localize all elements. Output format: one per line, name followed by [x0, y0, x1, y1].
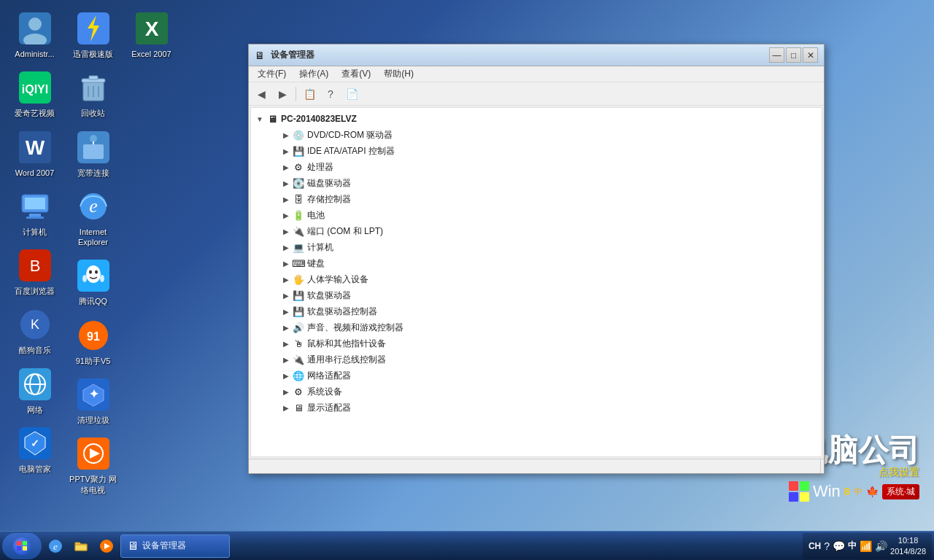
properties-button[interactable]: 📄 [342, 85, 361, 103]
taskbar-devmgr-app[interactable]: 🖥 设备管理器 [120, 534, 230, 558]
tree-item-14[interactable]: ▶ 🔌 通用串行总线控制器 [254, 351, 819, 368]
tray-help-icon[interactable]: ? [824, 540, 830, 552]
menu-help[interactable]: 帮助(H) [378, 66, 420, 82]
arrow-9: ▶ [280, 273, 292, 285]
tray-message-icon[interactable]: 💬 [833, 540, 845, 552]
word-label: Word 2007 [15, 168, 55, 178]
arrow-7: ▶ [280, 241, 292, 253]
forward-button[interactable]: ▶ [273, 85, 292, 103]
tree-item-5[interactable]: ▶ 🔋 电池 [254, 207, 819, 223]
iqiyi-label: 爱奇艺视频 [15, 108, 55, 118]
svg-text:W: W [25, 136, 45, 159]
thunder-label: 迅雷极速版 [73, 49, 113, 59]
tree-item-1[interactable]: ▶ 💾 IDE ATA/ATAPI 控制器 [254, 143, 819, 159]
device-tree[interactable]: ▼ 🖥 PC-20140823ELVZ ▶ 💿 DVD/CD-ROM 驱动器 ▶… [250, 107, 822, 457]
label-8: 键盘 [307, 257, 325, 270]
root-label: PC-20140823ELVZ [281, 114, 357, 124]
taskbar: e 🖥 设备管理器 CH ? 💬 中 📶 🔊 10:18 2014/8/28 [0, 531, 934, 560]
tree-item-6[interactable]: ▶ 🔌 端口 (COM 和 LPT) [254, 223, 819, 239]
icon-4: 🗄 [292, 192, 305, 206]
minimize-button[interactable]: — [769, 47, 784, 63]
desktop-icon-pcmaster[interactable]: ✓ 电脑管家 [7, 422, 62, 478]
watermark-winlogo: Win 8 中 🍁 系统·城 [789, 481, 919, 502]
svg-rect-9 [29, 214, 41, 217]
show-hide-button[interactable]: 📋 [300, 85, 319, 103]
tree-item-11[interactable]: ▶ 💾 软盘驱动器控制器 [254, 303, 819, 319]
icon-16: ⚙ [292, 385, 305, 398]
tree-item-9[interactable]: ▶ 🖐 人体学输入设备 [254, 271, 819, 287]
label-2: 处理器 [307, 161, 333, 174]
tree-item-2[interactable]: ▶ ⚙ 处理器 [254, 159, 819, 175]
menu-file[interactable]: 文件(F) [252, 66, 292, 82]
tree-item-12[interactable]: ▶ 🔊 声音、视频和游戏控制器 [254, 319, 819, 335]
recycle-label: 回收站 [81, 108, 105, 118]
svg-text:iQIYI: iQIYI [21, 83, 47, 96]
svg-rect-10 [26, 217, 44, 219]
tree-item-15[interactable]: ▶ 🌐 网络适配器 [254, 368, 819, 384]
kugou-label: 酷狗音乐 [19, 345, 51, 355]
menu-view[interactable]: 查看(V) [336, 66, 377, 82]
desktop-icon-broadband[interactable]: 宽带连接 [66, 126, 120, 182]
label-6: 端口 (COM 和 LPT) [307, 225, 383, 238]
icon-5: 🔋 [292, 209, 305, 222]
desktop-icon-91[interactable]: 91 91助手V5 [66, 314, 120, 370]
menu-action[interactable]: 操作(A) [293, 66, 334, 82]
tree-item-3[interactable]: ▶ 💽 磁盘驱动器 [254, 175, 819, 191]
tree-item-0[interactable]: ▶ 💿 DVD/CD-ROM 驱动器 [254, 127, 819, 143]
tree-root[interactable]: ▼ 🖥 PC-20140823ELVZ [254, 111, 819, 127]
desktop-icon-admin[interactable]: Administr... [7, 7, 62, 63]
label-10: 软盘驱动器 [307, 289, 351, 302]
tray-speaker-icon[interactable]: 🔊 [875, 540, 887, 552]
back-button[interactable]: ◀ [252, 85, 271, 103]
qq-label: 腾讯QQ [79, 296, 107, 306]
tray-lang[interactable]: CH [808, 541, 821, 551]
tray-chinese-icon[interactable]: 中 [848, 540, 857, 552]
desktop-icon-word[interactable]: W Word 2007 [7, 126, 62, 182]
desktop-icon-clean[interactable]: ✦ 清理垃圾 [66, 373, 120, 429]
icon-12: 🔊 [292, 321, 305, 334]
taskbar-ie-icon[interactable]: e [44, 534, 67, 558]
tree-item-17[interactable]: ▶ 🖥 显示适配器 [254, 400, 819, 416]
close-button[interactable]: ✕ [803, 47, 818, 63]
tree-item-7[interactable]: ▶ 💻 计算机 [254, 239, 819, 255]
arrow-11: ▶ [280, 306, 292, 317]
svg-text:✓: ✓ [31, 438, 39, 449]
icon-15: 🌐 [292, 369, 305, 382]
tree-item-4[interactable]: ▶ 🗄 存储控制器 [254, 191, 819, 207]
desktop-icon-baidu[interactable]: B 百度浏览器 [7, 244, 62, 300]
desktop-icon-qq[interactable]: 腾讯QQ [66, 254, 120, 310]
tree-item-8[interactable]: ▶ ⌨ 键盘 [254, 255, 819, 271]
desktop-icon-ie[interactable]: e Internet Explorer [66, 185, 120, 252]
flag-blue [17, 546, 21, 551]
desktop-icon-computer[interactable]: 计算机 [7, 185, 62, 241]
svg-rect-53 [800, 492, 809, 502]
icon-8: ⌨ [292, 257, 305, 270]
device-manager-window: 🖥 设备管理器 — □ ✕ 文件(F) 操作(A) 查看(V) 帮助(H) ◀ … [248, 44, 825, 474]
tree-item-16[interactable]: ▶ ⚙ 系统设备 [254, 384, 819, 400]
desktop-icon-recycle[interactable]: 回收站 [66, 66, 120, 122]
taskbar-folder-icon[interactable] [69, 534, 93, 558]
tray-clock[interactable]: 10:18 2014/8/28 [890, 535, 926, 556]
desktop-icon-excel[interactable]: X Excel 2007 [124, 7, 179, 63]
svg-text:✦: ✦ [88, 388, 99, 400]
start-button[interactable] [2, 533, 42, 559]
desktop-icon-pptv[interactable]: PPTV聚力 网络电视 [66, 432, 120, 499]
tree-item-10[interactable]: ▶ 💾 软盘驱动器 [254, 287, 819, 303]
taskbar-media-icon[interactable] [95, 534, 118, 558]
desktop: Administr... iQIYI 爱奇艺视频 W Word 2007 [0, 0, 934, 531]
svg-point-39 [82, 275, 87, 282]
icon-9: 🖐 [292, 273, 305, 286]
label-1: IDE ATA/ATAPI 控制器 [307, 145, 395, 158]
tree-item-13[interactable]: ▶ 🖱 鼠标和其他指针设备 [254, 335, 819, 351]
ie-label: Internet Explorer [69, 227, 117, 248]
help-button[interactable]: ? [321, 85, 340, 103]
label-14: 通用串行总线控制器 [307, 354, 386, 366]
network-label: 网络 [27, 405, 43, 415]
desktop-icon-network[interactable]: 网络 [7, 363, 62, 419]
desktop-icon-kugou[interactable]: K 酷狗音乐 [7, 303, 62, 359]
arrow-14: ▶ [280, 354, 292, 365]
desktop-icon-iqiyi[interactable]: iQIYI 爱奇艺视频 [7, 66, 62, 122]
desktop-icon-thunder[interactable]: 迅雷极速版 [66, 7, 120, 63]
maximize-button[interactable]: □ [786, 47, 801, 63]
tray-network-icon[interactable]: 📶 [860, 540, 872, 552]
